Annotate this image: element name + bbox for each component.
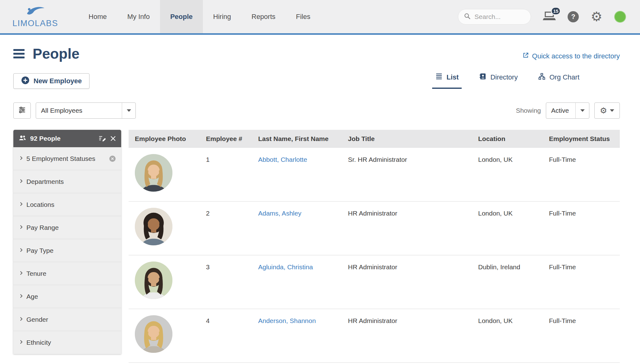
employee-location: London, UK [472,309,543,362]
employee-number: 2 [200,202,252,255]
table-settings-button[interactable]: ⚙ [594,102,620,119]
chevron-down-icon [122,103,135,118]
employee-job-title: Sr. HR Administrator [342,148,472,201]
column-header-name[interactable]: Last Name, First Name [252,135,342,143]
showing-label: Showing [516,107,541,114]
notifications-button[interactable]: 15 [543,11,556,23]
brand-logo[interactable]: LIMOLABS [12,0,58,33]
column-header-status[interactable]: Employment Status [543,135,620,143]
employee-status: Full-Time [543,148,620,201]
employee-location: London, UK [472,148,543,201]
notifications-icon [543,17,556,23]
chevron-right-icon [18,201,24,208]
search-input[interactable] [474,13,525,20]
chevron-right-icon [18,339,24,346]
chevron-right-icon [18,224,24,231]
external-link-icon [522,52,529,61]
table-row: 2 Adams, Ashley HR Administrator London,… [129,202,620,255]
search-icon [464,13,471,21]
chevron-down-icon [610,109,614,112]
settings-button[interactable]: ⚙ [591,10,602,23]
employee-job-title: HR Administrator [342,255,472,309]
employee-location: London, UK [472,202,543,255]
new-employee-button[interactable]: New Employee [13,73,89,89]
filter-item-employment-statuses[interactable]: 5 Employment Statuses [13,147,121,170]
filter-item-locations[interactable]: Locations [13,193,121,216]
quick-access-link[interactable]: Quick access to the directory [522,52,620,61]
search-box[interactable] [458,9,531,25]
actions-row: New Employee List [13,73,620,89]
employee-name-link[interactable]: Anderson, Shannon [258,317,316,324]
filter-row: All Employees Showing Active ⚙ [13,102,620,119]
user-avatar[interactable] [614,11,626,23]
people-table: Employee Photo Employee # Last Name, Fir… [129,130,620,363]
column-header-job-title[interactable]: Job Title [342,135,472,143]
title-row: People Quick access to the directory [13,45,620,62]
table-row: 3 Agluinda, Christina HR Administrator D… [129,255,620,309]
filter-item-ethnicity[interactable]: Ethnicity [13,331,121,354]
chevron-right-icon [18,155,24,162]
employee-photo[interactable] [135,154,172,192]
help-button[interactable]: ? [568,11,579,22]
people-count: 92 People [30,135,61,142]
tab-list[interactable]: List [435,73,459,82]
employee-job-title: HR Administrator [342,202,472,255]
edit-filters-button[interactable] [98,134,106,143]
column-header-photo[interactable]: Employee Photo [129,135,200,143]
status-filter-dropdown[interactable]: Active [546,102,589,119]
table-header-row: Employee Photo Employee # Last Name, Fir… [129,130,620,148]
page-title-menu-icon [13,49,25,58]
tab-directory[interactable]: Directory [479,73,518,82]
employee-photo[interactable] [135,208,172,245]
main-nav: Home My Info People Hiring Reports Files [78,0,321,33]
table-row: 4 Anderson, Shannon HR Administrator Lon… [129,309,620,363]
filter-item-pay-range[interactable]: Pay Range [13,216,121,239]
chevron-right-icon [18,270,24,277]
employee-name-link[interactable]: Abbott, Charlotte [258,156,307,163]
employee-photo[interactable] [135,262,172,299]
nav-item-people[interactable]: People [160,0,203,33]
table-settings-gear-icon: ⚙ [600,107,607,115]
nav-item-home[interactable]: Home [78,0,117,33]
close-panel-button[interactable] [110,135,116,142]
chevron-down-icon [575,103,589,118]
filter-right-cluster: Showing Active ⚙ [516,102,620,119]
employee-status: Full-Time [543,202,620,255]
employee-job-title: HR Administrator [342,309,472,362]
nav-item-files[interactable]: Files [286,0,321,33]
directory-icon [479,73,487,82]
filter-sliders-icon [18,106,26,115]
filter-item-tenure[interactable]: Tenure [13,262,121,285]
notification-badge: 15 [551,7,561,15]
filter-item-gender[interactable]: Gender [13,308,121,331]
view-tabs: List Directory [435,73,579,89]
filter-item-pay-type[interactable]: Pay Type [13,239,121,262]
list-icon [435,73,443,82]
employee-name-link[interactable]: Agluinda, Christina [258,263,313,271]
chevron-right-icon [18,247,24,254]
nav-item-my-info[interactable]: My Info [117,0,160,33]
table-row: 1 Abbott, Charlotte Sr. HR Administrator… [129,148,620,202]
brand-logo-icon [24,5,47,18]
employee-filter-dropdown[interactable]: All Employees [36,102,136,119]
filter-panel-header: 92 People [13,130,121,147]
column-header-employee-number[interactable]: Employee # [200,135,252,143]
employee-number: 3 [200,255,252,309]
settings-gear-icon: ⚙ [591,9,602,24]
page-title: People [33,45,80,62]
filter-item-departments[interactable]: Departments [13,170,121,193]
employee-number: 4 [200,309,252,362]
people-icon [18,134,26,143]
employee-name-link[interactable]: Adams, Ashley [258,210,301,217]
employee-photo[interactable] [135,315,172,353]
chevron-right-icon [18,316,24,323]
nav-item-hiring[interactable]: Hiring [203,0,241,33]
nav-item-reports[interactable]: Reports [241,0,286,33]
filter-item-age[interactable]: Age [13,285,121,308]
column-header-location[interactable]: Location [472,135,543,143]
employee-location: Dublin, Ireland [472,255,543,309]
tab-org-chart[interactable]: Org Chart [538,73,579,82]
main-content: 92 People [13,130,620,363]
filter-toggle-button[interactable] [13,102,31,119]
clear-filter-icon[interactable] [109,155,116,162]
